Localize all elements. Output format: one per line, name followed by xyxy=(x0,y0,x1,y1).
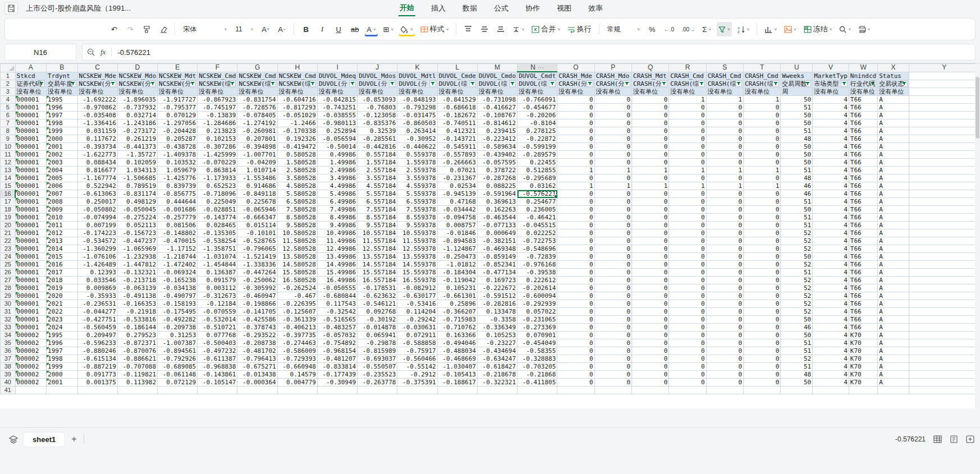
cell[interactable]: -0.870076 xyxy=(117,347,157,355)
increase-decimal-button[interactable]: .00→ xyxy=(680,22,697,36)
cell[interactable]: -0.8104 xyxy=(518,119,557,127)
cell[interactable]: 7.559378 xyxy=(397,206,437,214)
italic-button[interactable]: I xyxy=(316,22,328,36)
cell[interactable]: 1.010714 xyxy=(237,167,277,174)
cell[interactable]: 2013 xyxy=(47,237,77,245)
row-header[interactable]: 1 xyxy=(1,72,16,80)
cell[interactable]: 0 xyxy=(594,119,631,127)
cell[interactable]: -0.208738 xyxy=(237,339,277,347)
cell[interactable]: -0.545911 xyxy=(437,143,477,151)
chart-button[interactable]: ˅ xyxy=(763,22,778,36)
cell[interactable] xyxy=(909,316,979,324)
scrollbar-thumb[interactable] xyxy=(976,77,979,139)
cell[interactable]: 4 xyxy=(813,229,849,237)
cell[interactable]: -0.419472 xyxy=(277,143,317,151)
cell[interactable] xyxy=(909,308,979,316)
cell[interactable] xyxy=(909,119,979,127)
cell[interactable]: 0 xyxy=(669,300,706,308)
cell[interactable]: 0 xyxy=(632,277,669,284)
row-header[interactable]: 29 xyxy=(1,292,16,300)
unit-cell[interactable]: 周 xyxy=(781,88,813,96)
cell[interactable]: -0.10101 xyxy=(237,229,277,237)
cell[interactable]: 0.49986 xyxy=(317,151,357,159)
cell[interactable]: -0.945139 xyxy=(437,190,477,198)
cell[interactable] xyxy=(909,371,979,379)
var-name-cell[interactable]: NCSKEW_Cmd xyxy=(277,72,317,80)
cell[interactable]: 0 xyxy=(632,174,669,182)
cell[interactable]: T66 xyxy=(849,167,877,174)
cell[interactable]: 0.47168 xyxy=(437,198,477,206)
cell[interactable]: 5.559378 xyxy=(397,190,437,198)
cell[interactable]: 2002 xyxy=(47,151,77,159)
cell[interactable]: 0 xyxy=(557,269,594,277)
cell[interactable]: T66 xyxy=(849,127,877,135)
cn-label-cell[interactable]: CRASH(分 xyxy=(594,80,631,88)
cell[interactable]: A xyxy=(878,96,909,104)
borders-button[interactable]: ⊞˅ xyxy=(382,22,396,36)
cell[interactable]: -0.031475 xyxy=(397,112,437,119)
column-header-Y[interactable]: Y xyxy=(909,64,979,72)
cn-label-cell[interactable]: CRASH(分 xyxy=(632,80,669,88)
cell[interactable]: -0.274463 xyxy=(277,339,317,347)
cell[interactable]: A xyxy=(878,127,909,135)
cell[interactable]: 0 xyxy=(594,174,631,182)
cell[interactable]: 0 xyxy=(594,159,631,167)
cell[interactable]: -0.156723 xyxy=(117,229,157,237)
cell[interactable]: 0 xyxy=(669,174,706,182)
cell[interactable]: 0 xyxy=(594,237,631,245)
cell[interactable] xyxy=(158,386,198,394)
cell[interactable]: -0.534572 xyxy=(77,237,117,245)
cell[interactable]: 000001 xyxy=(15,261,46,269)
cell[interactable]: -0.065946 xyxy=(237,206,277,214)
cell[interactable]: 000001 xyxy=(15,253,46,261)
cell[interactable]: 0.102059 xyxy=(117,159,157,167)
cell[interactable]: 0 xyxy=(632,190,669,198)
cell[interactable] xyxy=(909,190,979,198)
cell[interactable]: -0.796065 xyxy=(237,245,277,253)
cell[interactable]: 0.239415 xyxy=(477,127,517,135)
cell[interactable]: A xyxy=(878,355,909,363)
cell[interactable]: -0.295689 xyxy=(518,174,557,182)
cell[interactable]: 50 xyxy=(781,119,813,127)
cell[interactable]: -0.722753 xyxy=(518,237,557,245)
cell[interactable]: 000001 xyxy=(15,284,46,292)
cell[interactable]: 0 xyxy=(706,245,743,253)
cell[interactable]: 0.205287 xyxy=(158,135,198,143)
cell[interactable]: 0 xyxy=(557,347,594,355)
cell[interactable]: 0 xyxy=(632,135,669,143)
cn-label-cell[interactable]: 市场类型 xyxy=(813,80,849,88)
cell[interactable] xyxy=(557,386,594,394)
column-header-D[interactable]: D xyxy=(117,64,157,72)
cell[interactable] xyxy=(237,386,277,394)
cell[interactable]: 0 xyxy=(706,300,743,308)
cell[interactable]: 0 xyxy=(744,112,781,119)
cell[interactable]: 51 xyxy=(781,198,813,206)
cell[interactable]: A xyxy=(878,292,909,300)
column-header-K[interactable]: K xyxy=(397,64,437,72)
cell[interactable] xyxy=(594,386,631,394)
cell[interactable]: -0.707088 xyxy=(117,363,157,371)
cell[interactable]: 0 xyxy=(744,339,781,347)
cell[interactable]: 46 xyxy=(781,324,813,332)
cell[interactable]: -0.143721 xyxy=(437,135,477,143)
cell[interactable]: -0.165238 xyxy=(158,277,198,284)
cell[interactable]: 0 xyxy=(744,151,781,159)
reading-view-icon[interactable] xyxy=(950,435,958,443)
cell[interactable]: 52 xyxy=(781,261,813,269)
cell[interactable]: 4 xyxy=(813,245,849,253)
cell[interactable]: 0.007199 xyxy=(77,222,117,229)
cell[interactable]: -0.39538 xyxy=(518,269,557,277)
cell[interactable]: 0 xyxy=(706,355,743,363)
cell[interactable]: -1.425776 xyxy=(158,174,198,182)
cell[interactable]: -0.250062 xyxy=(237,277,277,284)
cell[interactable]: 0 xyxy=(744,222,781,229)
cell[interactable]: -0.218678 xyxy=(477,371,517,379)
cell[interactable]: -0.492282 xyxy=(158,316,198,324)
font-decrease-button[interactable]: A− xyxy=(276,22,288,36)
cell[interactable]: -0.22872 xyxy=(518,135,557,143)
cell[interactable]: 0 xyxy=(706,214,743,222)
cell[interactable]: 4 xyxy=(813,159,849,167)
cell[interactable]: 0 xyxy=(669,371,706,379)
cell[interactable]: -0.815989 xyxy=(358,347,397,355)
row-header[interactable]: 3 xyxy=(1,88,16,96)
